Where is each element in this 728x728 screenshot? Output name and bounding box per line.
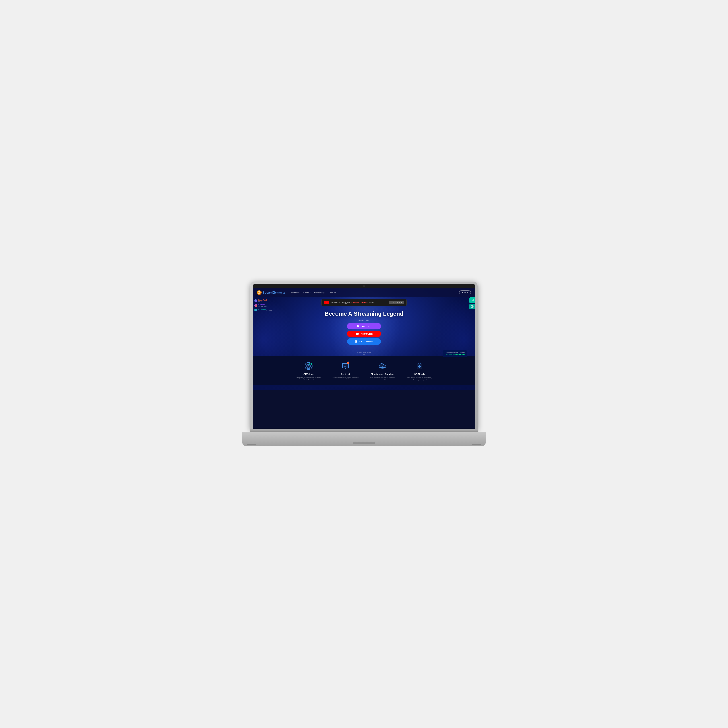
chat-bot-desc: Custom commands, spam protection and vie… — [331, 376, 360, 381]
learn-chevron: ▾ — [310, 292, 310, 294]
company-chevron: ▾ — [324, 292, 325, 294]
logo-brand2: Elements — [272, 291, 285, 294]
laptop-base — [242, 430, 486, 447]
bottom-bar — [252, 428, 476, 430]
logo[interactable]: StreamElements — [257, 291, 285, 295]
logo-icon — [257, 291, 262, 295]
screen-content: StreamElements Features ▾ Learn ▾ — [252, 288, 476, 430]
nav-brands[interactable]: Brands — [329, 292, 336, 294]
svg-rect-2 — [471, 299, 474, 301]
donation-amount: $3,554.44/$7,000.00 — [445, 353, 465, 355]
facebook-button[interactable]: f FACEBOOK — [347, 338, 381, 345]
youtube-btn-icon — [355, 332, 359, 336]
login-button[interactable]: Login — [459, 291, 471, 295]
chat-widget-button[interactable] — [469, 297, 476, 303]
nav-learn[interactable]: Learn ▾ — [303, 292, 310, 294]
banner-text: YouTuber? Bring your YOUTUBE VIDEOS to l… — [331, 302, 387, 304]
twitch-icon — [356, 324, 360, 328]
feature-se-merch: SE.Merch Our Merch service is 100% free,… — [405, 361, 434, 381]
laptop-screen: StreamElements Features ▾ Learn ▾ — [250, 281, 478, 430]
svg-rect-9 — [358, 326, 359, 326]
youtube-banner: YouTuber? Bring your YOUTUBE VIDEOS to l… — [321, 299, 407, 306]
hero-content: Become A Streaming Legend Connect with: — [252, 308, 476, 347]
twitch-button[interactable]: TWITCH — [347, 323, 381, 329]
facebook-icon: f — [354, 340, 358, 343]
cloud-overlays-title: Cloud-based Overlays — [370, 373, 395, 375]
laptop-bezel: StreamElements Features ▾ Learn ▾ — [252, 284, 476, 430]
youtube-icon — [324, 301, 329, 304]
help-widget-button[interactable]: ? — [469, 304, 476, 309]
connect-label: Connect with: — [258, 320, 470, 321]
laptop-feet-right — [472, 444, 480, 445]
obs-live-icon — [303, 361, 314, 371]
scroll-chevron-icon: ∨ — [252, 354, 476, 356]
cloud-overlays-desc: All-in-one browser based overlays optimi… — [368, 376, 397, 381]
youtube-button[interactable]: YOUTUBE — [347, 331, 381, 337]
laptop-feet-left — [248, 444, 256, 445]
connect-buttons: TWITCH YOUTUBE — [258, 323, 470, 345]
svg-text:?: ? — [472, 306, 473, 307]
chat-widget-icon — [471, 299, 474, 302]
svg-text:f: f — [356, 341, 356, 343]
nav-company[interactable]: Company ▾ — [314, 292, 325, 294]
chat-bot-icon — [340, 361, 351, 371]
features-section: OBS.Live Integrate your channel's chat a… — [252, 356, 476, 385]
svg-point-18 — [310, 363, 311, 364]
svg-rect-7 — [358, 325, 359, 327]
se-merch-icon — [414, 361, 425, 371]
cloud-overlays-icon — [377, 361, 388, 371]
scroll-hint: Scroll to read more ∨ — [252, 352, 476, 356]
side-widgets: ? — [469, 297, 476, 309]
help-widget-icon: ? — [471, 305, 474, 308]
nav-features[interactable]: Features ▾ — [289, 292, 300, 294]
chat-bot-title: Chat bot — [341, 373, 350, 375]
svg-rect-8 — [358, 326, 358, 326]
feature-cloud-overlays: Cloud-based Overlays All-in-one browser … — [368, 361, 397, 381]
laptop-bottom — [242, 432, 486, 447]
obs-live-title: OBS.Live — [303, 373, 314, 375]
laptop-hinge — [250, 430, 478, 432]
webcam-icon — [363, 285, 365, 287]
se-merch-desc: Our Merch service is 100% free, offers s… — [405, 376, 434, 381]
logo-brand: Stream — [263, 291, 272, 294]
feature-chat-bot: Chat bot Custom commands, spam protectio… — [331, 361, 360, 381]
logo-text: StreamElements — [263, 291, 285, 294]
laptop-container: StreamElements Features ▾ Learn ▾ — [242, 281, 486, 447]
svg-point-1 — [259, 292, 260, 293]
svg-point-16 — [307, 364, 309, 366]
se-merch-title: SE.Merch — [414, 373, 425, 375]
nav-menu: Features ▾ Learn ▾ Company ▾ Brands — [289, 292, 336, 294]
features-chevron: ▾ — [299, 292, 300, 294]
feature-obs-live: OBS.Live Integrate your channel's chat a… — [294, 361, 323, 381]
obs-live-desc: Integrate your channel's chat and activi… — [294, 376, 323, 381]
hero-title: Become A Streaming Legend — [258, 310, 470, 317]
navbar: StreamElements Features ▾ Learn ▾ — [252, 288, 476, 297]
donation-widget: Justin Thompson-Griflage $3,554.44/$7,00… — [443, 350, 467, 357]
get-started-button[interactable]: GET STARTED — [389, 301, 404, 304]
